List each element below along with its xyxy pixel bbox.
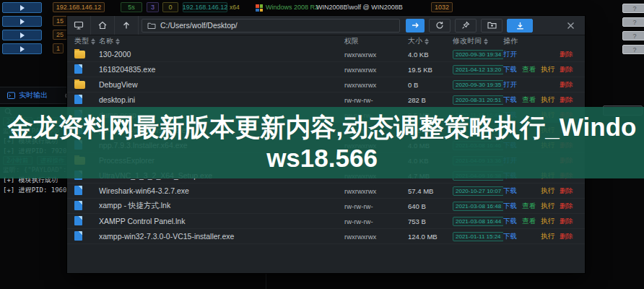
view-action[interactable]: 查看	[522, 202, 541, 211]
actions-cell: 打开删除	[503, 80, 585, 90]
view-action[interactable]: 查看	[522, 65, 541, 74]
file-icon	[74, 231, 82, 241]
type-cell	[74, 64, 99, 75]
delete-action[interactable]: 删除	[560, 65, 578, 74]
empty-action-slot	[522, 80, 541, 90]
table-row[interactable]: 130-2000rwxrwxrwx4.0 KB2020-09-30 19:34打…	[67, 47, 585, 62]
up-directory-button[interactable]	[115, 16, 139, 35]
sort-icon[interactable]	[116, 38, 120, 45]
table-row[interactable]: XAMPP Control Panel.lnkrw-rw-rw-753 B202…	[67, 214, 585, 229]
file-icon	[74, 64, 82, 74]
execute-action[interactable]: 执行	[541, 202, 560, 211]
close-dialog-button[interactable]	[567, 22, 575, 30]
run-host-button[interactable]	[2, 2, 42, 13]
sort-icon[interactable]	[91, 38, 95, 45]
host-query-button[interactable]: ?	[622, 31, 644, 40]
header-name[interactable]: 名称	[99, 36, 344, 46]
home-icon	[97, 20, 108, 30]
file-icon	[74, 186, 82, 195]
folder-plus-icon	[487, 21, 497, 30]
host-query-button[interactable]: ?	[622, 17, 644, 27]
run-host-button[interactable]	[2, 43, 42, 54]
os-label: Windows 2008 R2	[266, 4, 318, 11]
header-size[interactable]: 大小	[408, 36, 453, 46]
table-row[interactable]: Wireshark-win64-3.2.7.exerwxrwxrwx57.4 M…	[67, 184, 585, 199]
host-query-button[interactable]: ?	[622, 45, 644, 54]
modified-time-chip: 2020-09-30 19:34	[453, 50, 503, 59]
execute-action[interactable]: 执行	[541, 186, 560, 196]
file-size: 19.5 KB	[408, 66, 453, 74]
path-input[interactable]: C:/Users/wolf/Desktop/	[142, 19, 400, 33]
modified-cell: 2021-04-12 13:20	[453, 64, 503, 74]
header-actions: 操作	[503, 36, 585, 46]
execute-action[interactable]: 执行	[541, 217, 560, 226]
header-type[interactable]: 类型	[74, 36, 99, 46]
view-action[interactable]: 查看	[522, 217, 541, 226]
table-row[interactable]: xampp-win32-7.3.0-0-VC15-installer.exerw…	[67, 229, 585, 244]
download-action[interactable]: 下载	[503, 217, 522, 226]
file-size: 57.4 MB	[408, 187, 453, 195]
pin-icon	[461, 21, 470, 30]
execute-action[interactable]: 执行	[541, 95, 560, 105]
file-permissions: rwxrwxrwx	[344, 51, 408, 59]
table-row[interactable]: 1618204835.exerwxrwxrwx19.5 KB2021-04-12…	[67, 62, 585, 77]
header-modified[interactable]: 修改时间	[453, 36, 503, 46]
table-row[interactable]: desktop.inirw-rw-rw-282 B2020-08-31 20:5…	[67, 92, 585, 108]
arch-label: x64	[230, 4, 240, 11]
close-icon	[567, 22, 575, 30]
table-row[interactable]: xampp - 快捷方式.lnkrw-rw-rw-640 B2021-03-08…	[67, 199, 585, 214]
type-cell	[74, 216, 99, 227]
play-icon	[20, 19, 25, 25]
download-action[interactable]: 下载	[503, 95, 522, 105]
delete-action[interactable]: 删除	[560, 217, 578, 226]
delete-action[interactable]: 删除	[560, 50, 578, 59]
modified-time-chip: 2020-09-30 19:35	[453, 80, 503, 90]
sort-icon[interactable]	[425, 38, 429, 45]
open-action[interactable]: 打开	[503, 50, 522, 59]
delete-action[interactable]: 删除	[560, 232, 578, 241]
actions-cell: 下载查看执行删除	[503, 217, 585, 226]
new-folder-button[interactable]	[481, 19, 502, 33]
download-action[interactable]: 下载	[503, 65, 522, 74]
view-action[interactable]: 查看	[522, 95, 541, 105]
tab-live-output[interactable]: 实时输出	[0, 87, 55, 103]
file-permissions: rwxrwxrwx	[344, 66, 408, 74]
file-manager-toolbar: C:/Users/wolf/Desktop/	[67, 16, 585, 35]
modified-cell: 2021-03-08 16:48	[453, 201, 503, 211]
navigate-button[interactable]	[406, 19, 425, 33]
screen: 192.168.146.12 5s 3 0 192.168.146.12 x64…	[0, 0, 644, 289]
sort-icon[interactable]	[484, 38, 488, 45]
upload-button[interactable]	[507, 19, 533, 33]
execute-action[interactable]: 执行	[541, 65, 560, 74]
delete-action[interactable]: 删除	[560, 186, 578, 196]
run-host-button[interactable]	[2, 16, 42, 27]
download-action[interactable]: 下载	[503, 232, 522, 241]
refresh-button[interactable]	[429, 19, 451, 33]
actions-cell: 下载执行删除	[503, 232, 585, 241]
pin-button[interactable]	[455, 19, 477, 33]
tab-label: 实时输出	[19, 90, 48, 100]
desktop-button[interactable]	[67, 16, 91, 35]
open-action[interactable]: 打开	[503, 80, 522, 90]
download-tray-icon	[515, 21, 525, 30]
pid-chip: 1032	[431, 2, 453, 12]
download-action[interactable]: 下载	[503, 202, 522, 211]
delete-action[interactable]: 删除	[560, 80, 578, 90]
delete-action[interactable]: 删除	[560, 95, 578, 105]
file-name: DebugView	[99, 80, 344, 89]
home-button[interactable]	[91, 16, 115, 35]
empty-action-slot	[522, 50, 541, 59]
table-row[interactable]: DebugViewrwxrwxrwx0 B2020-09-30 19:35打开删…	[67, 77, 585, 92]
latency-chip: 5s	[121, 2, 142, 12]
windows-logo-icon	[256, 4, 263, 12]
file-size: 640 B	[408, 202, 453, 210]
actions-cell: 下载查看执行删除	[503, 65, 585, 74]
execute-action[interactable]: 执行	[541, 232, 560, 241]
run-host-button[interactable]	[2, 30, 42, 40]
type-cell	[74, 186, 99, 197]
delete-action[interactable]: 删除	[560, 202, 578, 211]
file-permissions: rw-rw-rw-	[344, 96, 408, 104]
download-action[interactable]: 下载	[503, 186, 522, 196]
file-size: 753 B	[408, 217, 453, 225]
host-query-button[interactable]: ?	[622, 4, 644, 13]
